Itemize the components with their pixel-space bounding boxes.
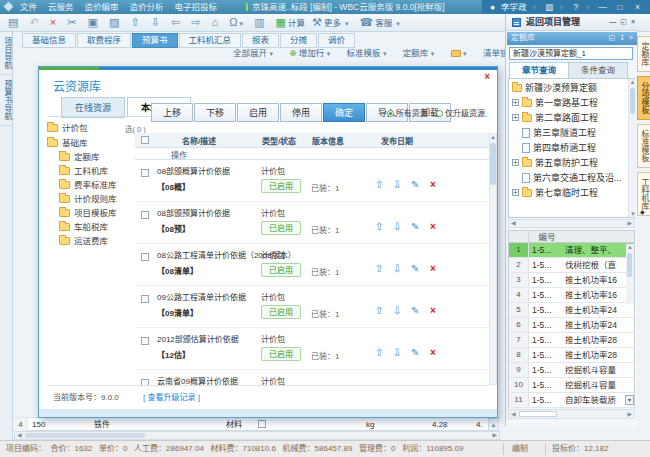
tree-subitem-3[interactable]: 计价规则库 <box>47 192 135 206</box>
tab-chapter-query[interactable]: 章节查询 <box>509 62 569 79</box>
hscroll-thumb[interactable] <box>25 433 145 438</box>
tab-2[interactable]: 预算书 <box>132 33 178 48</box>
quota-row[interactable]: 71-5...推土机功率28 <box>509 333 634 348</box>
menu-item-3[interactable]: 造价分析 <box>130 2 164 12</box>
scroll-up-icon[interactable]: ▲ <box>630 79 636 85</box>
edit-icon[interactable]: ✎ <box>411 347 419 358</box>
chapter-tree-item-4[interactable]: 第四章桥涵工程 <box>512 141 634 156</box>
tab-6[interactable]: 调价 <box>318 33 355 48</box>
close-icon[interactable]: × <box>631 18 635 25</box>
vscroll-thumb[interactable] <box>490 143 496 185</box>
quota-row[interactable]: 81-5...推土机功率28 <box>509 348 634 363</box>
row-up-icon[interactable]: ⇧ <box>375 347 383 358</box>
row-up-icon[interactable]: ⇧ <box>375 305 383 316</box>
quota-row[interactable]: 41-5...推土机功率16 <box>509 288 634 303</box>
save-icon[interactable]: ▤ <box>8 14 18 31</box>
row-checkbox[interactable] <box>258 420 266 428</box>
outdent-icon[interactable]: ⇦ <box>171 14 180 31</box>
delete-icon[interactable]: × <box>50 14 56 31</box>
undock-icon[interactable]: ◱ <box>609 32 616 44</box>
folder-menu-button[interactable]: ▾ <box>451 47 475 60</box>
row-up-icon[interactable]: ⇧ <box>375 263 383 274</box>
add-row-button[interactable]: ⊕ 增加行 ▾ <box>289 47 338 60</box>
tree-subitem-5[interactable]: 车船税库 <box>47 220 135 234</box>
chevron-down-icon[interactable]: ▾ <box>559 4 563 11</box>
chevron-down-icon[interactable]: ▾ <box>396 20 400 27</box>
row-down-icon[interactable]: ⇩ <box>393 179 401 190</box>
delete-icon[interactable]: × <box>430 179 436 190</box>
vscroll-thumb[interactable] <box>627 253 632 277</box>
tree-vscrollbar[interactable]: ▲▼ <box>628 79 636 217</box>
tree-subitem-6[interactable]: 运送费库 <box>47 234 135 248</box>
menu-item-2[interactable]: 造价编审 <box>85 2 119 12</box>
row-down-icon[interactable]: ⇩ <box>393 305 401 316</box>
sheet-icon[interactable]: ▥ <box>254 14 264 31</box>
row-up-icon[interactable]: ⇧ <box>375 221 383 232</box>
chapter-tree-item-1[interactable]: 第一章路基工程 <box>512 96 634 111</box>
tab-online-resources[interactable]: 在线资源 <box>61 97 125 118</box>
chapter-tree-item-7[interactable]: 第七章临时工程 <box>512 186 634 201</box>
more-button[interactable]: 更多 <box>324 18 341 28</box>
edit-icon[interactable]: ✎ <box>411 305 419 316</box>
copy-icon[interactable]: ▣ <box>88 14 98 31</box>
radio-all-resources[interactable]: 所有资源 <box>387 109 428 118</box>
chevron-down-icon[interactable]: ▾ <box>533 4 537 11</box>
tree-subitem-2[interactable]: 费率标准库 <box>47 178 135 192</box>
move-down-button[interactable]: 下移 <box>194 103 236 122</box>
resource-row[interactable]: 08部颁概算计价依据【08概】计价包已启用已装：1⇧⇩✎× <box>135 160 489 202</box>
delete-icon[interactable]: × <box>430 221 436 232</box>
chevron-down-icon[interactable]: ▾ <box>345 20 349 27</box>
enable-button[interactable]: 启用 <box>237 103 279 122</box>
left-tab-budget-nav[interactable]: 预算书导航 <box>0 75 13 126</box>
tab-3[interactable]: 工料机汇总 <box>179 33 242 48</box>
quota-row[interactable]: 61-5...推土机功率24 <box>509 318 634 333</box>
delete-icon[interactable]: × <box>430 263 436 274</box>
tree-subitem-4[interactable]: 项目模板库 <box>47 206 135 220</box>
chapter-tree-item-5[interactable]: 第五章防护工程 <box>512 156 634 171</box>
left-tab-project-nav[interactable]: 项目导航 <box>0 32 13 75</box>
tab-5[interactable]: 分摊 <box>280 33 317 48</box>
row-checkbox[interactable] <box>141 337 149 345</box>
scroll-right-icon[interactable]: ▶ <box>492 432 497 439</box>
edit-icon[interactable]: ✎ <box>411 263 419 274</box>
scroll-left-icon[interactable]: ◀ <box>17 432 22 439</box>
scroll-up-icon[interactable]: ▲ <box>627 244 633 250</box>
expand-right-icon[interactable]: » <box>629 32 633 44</box>
minimize-icon[interactable]: — <box>609 18 616 25</box>
row-up-icon[interactable]: ⇧ <box>375 179 383 190</box>
row-checkbox[interactable] <box>141 211 149 219</box>
quota-row[interactable]: 51-5...推土机功率24 <box>509 303 634 318</box>
resource-row[interactable]: 云南省09概算计价依据计价包已启用已装：1⇧⇩✎× <box>135 370 489 385</box>
expand-plus-icon[interactable] <box>512 189 519 196</box>
row-checkbox[interactable] <box>141 169 149 177</box>
hscroll-thumb[interactable] <box>519 411 557 417</box>
close-button[interactable]: × <box>633 0 642 14</box>
row-checkbox[interactable] <box>141 295 149 303</box>
menu-item-4[interactable]: 电子招投标 <box>175 2 218 12</box>
quota-lib-button[interactable]: 定额库 ▾ <box>403 47 442 60</box>
quota-table-vscrollbar[interactable]: ▲ <box>626 244 634 304</box>
service-icon[interactable]: ☎ <box>360 14 374 31</box>
paste-icon[interactable]: ▨ <box>109 14 119 31</box>
expand-plus-icon[interactable] <box>512 114 519 121</box>
upgrade-record-link[interactable]: [ 查看升级记录 ] <box>143 391 200 402</box>
maximize-button[interactable]: □ <box>616 0 625 14</box>
scroll-right-icon[interactable]: ▶ <box>627 220 632 227</box>
quota-row[interactable]: 101-5...挖掘机斗容量 <box>509 378 634 393</box>
scroll-right-icon[interactable]: ▶ <box>627 410 632 418</box>
confirm-button[interactable]: 确定 <box>323 103 365 122</box>
tools-icon[interactable]: ⚒ <box>312 14 322 31</box>
tab-1[interactable]: 取费程序 <box>77 33 131 48</box>
chapter-tree-item-6[interactable]: 第六章交通工程及沿... <box>512 171 634 186</box>
scroll-left-icon[interactable]: ◀ <box>511 220 516 227</box>
tab-4[interactable]: 报表 <box>242 33 279 48</box>
menu-item-1[interactable]: 云服务 <box>48 2 74 12</box>
cut-icon[interactable]: ✂ <box>67 14 76 31</box>
move-up-button[interactable]: 上移 <box>151 103 193 122</box>
omega-icon[interactable]: Ω <box>229 14 237 31</box>
quota-row[interactable]: 31-5...推土机功率16 <box>509 273 634 288</box>
undo-icon[interactable]: ↶ <box>29 14 38 31</box>
move-up-icon[interactable]: ⇧ <box>130 14 139 31</box>
chevron-down-icon[interactable]: ▾ <box>240 20 244 27</box>
resource-row[interactable]: 2012部颁估算计价依据【12估】计价包已启用已装：1⇧⇩✎× <box>135 328 489 370</box>
